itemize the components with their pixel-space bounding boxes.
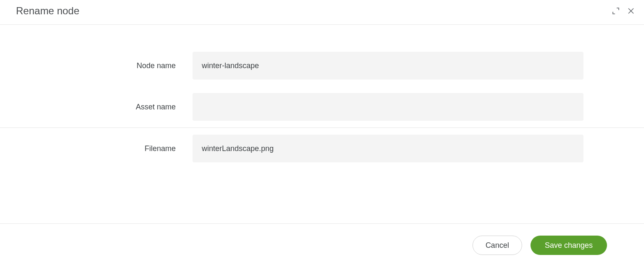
dialog-body: Node name Asset name Filename <box>0 25 644 223</box>
node-name-input[interactable] <box>193 52 583 80</box>
filename-control <box>193 135 583 162</box>
section-filename: Filename <box>0 127 644 169</box>
node-name-label: Node name <box>0 61 193 70</box>
section-names: Node name Asset name <box>0 45 644 127</box>
close-icon <box>627 7 635 15</box>
asset-name-input[interactable] <box>193 93 583 121</box>
form-row-filename: Filename <box>0 128 644 169</box>
asset-name-control <box>193 93 583 121</box>
asset-name-label: Asset name <box>0 103 193 111</box>
node-name-control <box>193 52 583 80</box>
dialog-title: Rename node <box>16 5 79 17</box>
expand-icon <box>612 7 620 15</box>
header-actions <box>611 6 636 16</box>
form-row-asset-name: Asset name <box>0 86 644 127</box>
save-changes-button[interactable]: Save changes <box>531 236 607 255</box>
cancel-button[interactable]: Cancel <box>472 236 522 255</box>
filename-input[interactable] <box>193 135 583 162</box>
form-row-node-name: Node name <box>0 45 644 86</box>
close-button[interactable] <box>626 6 636 16</box>
rename-node-dialog: Rename node <box>0 0 644 260</box>
dialog-footer: Cancel Save changes <box>0 223 644 260</box>
dialog-header: Rename node <box>0 0 644 25</box>
expand-button[interactable] <box>611 6 620 16</box>
filename-label: Filename <box>0 144 193 153</box>
